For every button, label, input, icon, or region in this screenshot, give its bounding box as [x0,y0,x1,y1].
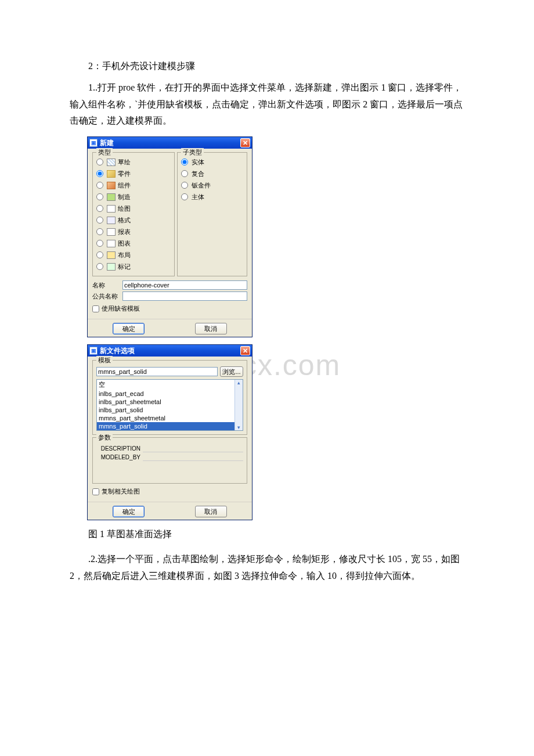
cancel-button[interactable]: 取消 [195,323,227,334]
group-type-legend: 类型 [96,148,113,157]
subtype-solid-label: 实体 [192,158,204,167]
subtype-body-label: 主体 [192,193,204,201]
ok-button-2[interactable]: 确定 [113,506,145,517]
ok-button[interactable]: 确定 [113,323,145,334]
manufacture-icon [107,193,116,201]
radio-asm[interactable] [96,182,103,189]
layout-icon [107,251,116,259]
radio-lay[interactable] [96,251,103,258]
subtype-composite-label: 复合 [192,170,204,178]
type-mfg-label: 制造 [118,193,131,201]
section-heading: 2：手机外壳设计建模步骤 [70,58,464,75]
name-input[interactable] [122,280,247,290]
drawing-icon [107,205,116,213]
common-name-input[interactable] [122,291,247,301]
dialog-new-file-options: ▣ 新文件选项 ✕ 模板 浏览... ▴ ▾ 空 inlbs_part_ecad… [87,344,252,520]
copy-drawing-checkbox[interactable] [92,488,99,495]
close-icon[interactable]: ✕ [240,346,250,355]
close-icon[interactable]: ✕ [240,138,250,147]
paragraph-1: 1..打开 proe 软件，在打开的界面中选择文件菜单，选择新建，弹出图示 1 … [70,80,464,129]
window-icon: ▣ [89,347,98,355]
type-fmt-label: 格式 [118,216,131,225]
list-item[interactable]: inlbs_part_sheetmetal [97,398,243,406]
use-default-template-label: 使用缺省模板 [102,304,140,313]
param-description-value[interactable] [143,444,243,452]
list-item[interactable]: 空 [97,380,243,390]
radio-sketch[interactable] [96,159,103,165]
figure-caption-1: 图 1 草图基准面选择 [70,528,464,541]
sketch-icon [107,159,116,166]
group-params-legend: 参数 [96,433,113,442]
list-item-selected[interactable]: mmns_part_solid [97,422,243,430]
type-lay-label: 布局 [118,251,131,260]
group-subtype-legend: 子类型 [181,148,204,157]
radio-rpt[interactable] [96,228,103,235]
cancel-button-2[interactable]: 取消 [195,506,227,517]
radio-dgm[interactable] [96,240,103,247]
format-icon [107,217,116,224]
radio-part[interactable] [96,170,103,177]
assembly-icon [107,182,116,189]
scroll-up-icon[interactable]: ▴ [237,380,240,386]
param-modeledby-value[interactable] [143,453,243,461]
list-item[interactable]: inlbs_part_solid [97,406,243,414]
list-item[interactable]: inlbs_part_ecad [97,390,243,398]
radio-sheetmetal[interactable] [181,182,188,189]
radio-composite[interactable] [181,170,188,177]
type-mrk-label: 标记 [118,262,131,271]
browse-button[interactable]: 浏览... [220,366,243,377]
dialog-title: 新建 [100,138,114,148]
copy-drawing-label: 复制相关绘图 [102,487,140,496]
subtype-sheetmetal-label: 钣金件 [192,181,211,190]
group-template-legend: 模板 [96,356,113,365]
part-icon [107,170,116,178]
param-description-label: DESCRIPTION [96,445,143,452]
use-default-template-checkbox[interactable] [92,305,99,312]
list-item[interactable]: mmns_part_sheetmetal [97,414,243,422]
type-dgm-label: 图表 [118,239,131,248]
radio-mfg[interactable] [96,193,103,200]
radio-body[interactable] [181,193,188,200]
template-input[interactable] [96,367,218,376]
name-label: 名称 [92,281,122,290]
radio-fmt[interactable] [96,217,103,224]
type-drw-label: 绘图 [118,204,131,213]
scroll-down-icon[interactable]: ▾ [237,424,240,430]
type-asm-label: 组件 [118,181,131,190]
radio-drw[interactable] [96,205,103,212]
titlebar-options: ▣ 新文件选项 ✕ [88,345,252,357]
type-part-label: 零件 [118,170,131,178]
radio-solid[interactable] [181,159,188,165]
radio-mrk[interactable] [96,263,103,270]
diagram-icon [107,240,116,247]
param-modeledby-label: MODELED_BY [96,454,143,460]
paragraph-2: .2.选择一个平面，点击草图绘制，选择矩形命令，绘制矩形，修改尺寸长 105，宽… [70,551,464,585]
window-icon: ▣ [89,139,98,147]
dialog-new: ▣ 新建 ✕ 类型 草绘 零件 组件 制造 绘图 格式 报表 图表 布局 标记 … [87,136,252,337]
markup-icon [107,263,116,271]
titlebar-new: ▣ 新建 ✕ [88,137,252,149]
type-rpt-label: 报表 [118,228,131,236]
report-icon [107,228,116,236]
dialog2-title: 新文件选项 [100,346,135,356]
common-name-label: 公共名称 [92,292,122,301]
type-sketch-label: 草绘 [118,158,131,167]
template-listbox[interactable]: ▴ ▾ 空 inlbs_part_ecad inlbs_part_sheetme… [96,379,243,431]
